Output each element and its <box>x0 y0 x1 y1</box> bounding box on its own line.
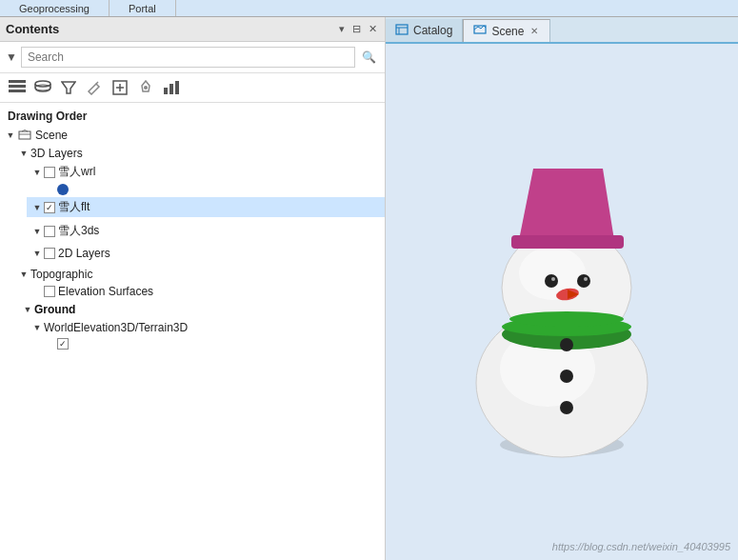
portal-menu[interactable]: Portal <box>110 0 176 16</box>
database-btn[interactable] <box>31 77 54 98</box>
ground-label: WorldElevation3D/Terrain3D <box>44 321 188 334</box>
snowman-3ds-label: 2D Layers <box>58 247 110 260</box>
svg-rect-0 <box>9 80 26 83</box>
contents-panel: Contents ▾ ⊟ ✕ ▼ 🔍 <box>0 17 386 560</box>
world-elevation-checkbox[interactable] <box>57 338 69 350</box>
snowman-3ds-item[interactable]: ▼ 2D Layers <box>27 245 385 262</box>
svg-marker-29 <box>519 169 614 240</box>
float-button[interactable]: ⊟ <box>350 23 363 35</box>
scene-tab-close[interactable]: ✕ <box>529 26 540 36</box>
geoprocessing-menu[interactable]: Geoprocessing <box>0 0 110 16</box>
filter-icon[interactable]: ▼ <box>6 50 17 64</box>
panel-title: Contents <box>6 22 59 36</box>
catalog-tab-icon <box>395 23 409 39</box>
scene-item[interactable]: ▼ Scene <box>0 126 385 145</box>
snowman-wrl-item[interactable]: ▼ 雪人wrl <box>27 162 385 182</box>
main-layout: Contents ▾ ⊟ ✕ ▼ 🔍 <box>0 17 738 560</box>
svg-point-28 <box>509 311 624 327</box>
2d-layers-arrow: ▼ <box>17 270 30 279</box>
svg-point-31 <box>545 274 558 288</box>
svg-point-32 <box>577 274 590 288</box>
drawing-order-label: Drawing Order <box>0 107 385 126</box>
top-menu-bar: Geoprocessing Portal <box>0 0 738 17</box>
snowman-flt-item[interactable]: ▼ 雪人flt <box>27 197 385 217</box>
tab-bar: Catalog Scene ✕ <box>386 17 738 44</box>
3d-layers-arrow: ▼ <box>17 149 30 158</box>
topographic-item[interactable]: Elevation Surfaces <box>27 283 385 300</box>
elevation-surfaces-label: Ground <box>34 303 75 316</box>
elevation-surfaces-header[interactable]: ▼ Ground <box>13 300 385 319</box>
ground-item[interactable]: ▼ WorldElevation3D/Terrain3D <box>27 319 385 336</box>
snowman-dae-item[interactable]: ▼ 雪人3ds <box>27 221 385 241</box>
svg-rect-17 <box>396 25 408 34</box>
watermark: https://blog.csdn.net/weixin_40403995 <box>552 541 730 552</box>
tab-scene[interactable]: Scene ✕ <box>463 19 550 42</box>
2d-layers-item[interactable]: ▼ Topographic <box>13 266 385 283</box>
tab-catalog[interactable]: Catalog <box>386 19 463 42</box>
topographic-checkbox[interactable] <box>44 286 55 297</box>
svg-rect-14 <box>175 81 179 94</box>
snowman-wrl-checkbox[interactable] <box>44 167 55 178</box>
snowman-3ds-checkbox[interactable] <box>44 248 55 259</box>
right-panel: Catalog Scene ✕ <box>386 17 738 560</box>
contents-tree: Drawing Order ▼ Scene ▼ 3D Layers ▼ 雪人wr… <box>0 103 385 560</box>
scene-viewport: https://blog.csdn.net/weixin_40403995 <box>386 44 738 560</box>
scene-icon <box>17 128 32 143</box>
svg-point-4 <box>35 85 50 90</box>
snowman-3ds-arrow: ▼ <box>30 249 44 258</box>
snowman-flt-label: 雪人flt <box>58 199 90 215</box>
svg-point-11 <box>144 86 148 90</box>
snowman-wrl-label: 雪人wrl <box>58 164 95 180</box>
catalog-tab-label: Catalog <box>413 24 452 37</box>
svg-point-37 <box>560 338 573 351</box>
symbol-btn[interactable] <box>134 77 157 98</box>
svg-point-34 <box>584 277 588 281</box>
svg-marker-5 <box>62 82 75 93</box>
filter-layers-btn[interactable] <box>57 77 80 98</box>
svg-rect-13 <box>170 84 173 94</box>
svg-point-38 <box>560 370 573 383</box>
svg-rect-2 <box>9 90 26 92</box>
3d-layers-label: 3D Layers <box>30 147 83 160</box>
elevation-surfaces-arrow: ▼ <box>21 305 34 314</box>
search-bar: ▼ 🔍 <box>0 42 385 73</box>
edit-btn[interactable] <box>83 77 106 98</box>
snowman-dae-arrow: ▼ <box>30 227 44 236</box>
svg-line-6 <box>96 82 98 84</box>
pin-button[interactable]: ▾ <box>337 23 347 35</box>
world-elevation-item[interactable] <box>40 336 385 351</box>
color-dot <box>57 184 69 195</box>
snowman-flt-checkbox[interactable] <box>44 202 55 213</box>
close-panel-button[interactable]: ✕ <box>367 23 379 35</box>
svg-rect-12 <box>164 88 168 94</box>
scene-tab-label: Scene <box>491 25 524 38</box>
svg-rect-15 <box>19 131 30 139</box>
search-button[interactable]: 🔍 <box>359 50 379 64</box>
svg-rect-30 <box>511 235 624 249</box>
scene-label: Scene <box>35 129 68 142</box>
panel-header: Contents ▾ ⊟ ✕ <box>0 17 385 42</box>
2d-layers-label: Topographic <box>30 268 92 281</box>
snowman-wrl-arrow: ▼ <box>30 168 44 177</box>
snowman-dae-label: 雪人3ds <box>58 223 99 239</box>
svg-point-39 <box>560 401 573 414</box>
scene-tab-icon <box>473 23 487 39</box>
panel-controls: ▾ ⊟ ✕ <box>337 23 379 35</box>
search-input[interactable] <box>21 47 355 68</box>
snowman-wrl-dot-item <box>40 182 385 197</box>
snowman-flt-arrow: ▼ <box>30 203 44 212</box>
contents-toolbar <box>0 73 385 103</box>
ground-arrow: ▼ <box>30 323 44 332</box>
3d-layers-item[interactable]: ▼ 3D Layers <box>13 145 385 162</box>
snowman-dae-checkbox[interactable] <box>44 226 55 237</box>
chart-btn[interactable] <box>160 77 183 98</box>
add-layers-btn[interactable] <box>109 77 131 98</box>
svg-rect-1 <box>9 85 26 88</box>
list-view-btn[interactable] <box>6 77 29 98</box>
snowman-svg <box>452 140 671 464</box>
scene-arrow: ▼ <box>4 130 17 140</box>
topographic-label: Elevation Surfaces <box>58 285 153 298</box>
svg-rect-20 <box>474 26 486 33</box>
svg-point-33 <box>551 277 555 281</box>
